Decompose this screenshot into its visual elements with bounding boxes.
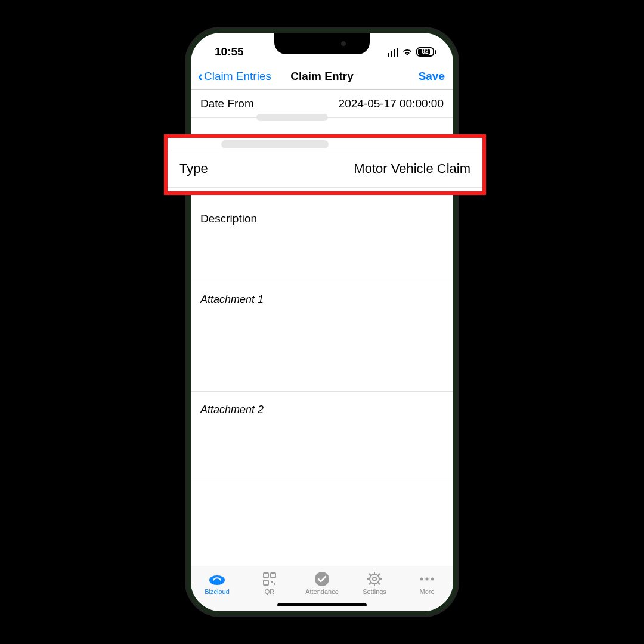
svg-point-18 [426, 578, 429, 581]
svg-rect-1 [264, 573, 268, 578]
home-indicator[interactable] [277, 603, 367, 606]
tab-more[interactable]: More [405, 571, 448, 595]
more-dots-icon [418, 571, 436, 587]
svg-rect-5 [274, 583, 275, 585]
svg-line-15 [369, 583, 371, 584]
status-right: 82 [388, 47, 436, 57]
svg-rect-4 [271, 581, 273, 583]
phone-frame: 10:55 82 ‹ Cl [185, 27, 459, 617]
tab-label: Settings [363, 588, 386, 595]
wifi-icon [402, 48, 413, 56]
svg-line-16 [378, 574, 380, 575]
chevron-left-icon: ‹ [198, 69, 203, 83]
svg-point-17 [420, 578, 423, 581]
svg-rect-3 [264, 580, 268, 585]
cloud-icon [208, 571, 226, 587]
svg-line-13 [369, 574, 371, 575]
svg-point-6 [315, 572, 329, 586]
tab-qr[interactable]: QR [248, 571, 291, 595]
svg-point-19 [431, 578, 434, 581]
battery-icon: 82 [416, 47, 436, 57]
tab-label: QR [265, 588, 275, 595]
placeholder-pill-icon [256, 114, 328, 121]
svg-point-0 [209, 575, 225, 585]
attachment-1-field[interactable] [191, 308, 453, 392]
description-label: Description [191, 202, 453, 228]
tab-label: More [419, 588, 434, 595]
status-time: 10:55 [215, 45, 244, 58]
svg-rect-2 [271, 573, 275, 578]
gear-icon [366, 571, 383, 587]
date-from-label: Date From [200, 97, 254, 110]
highlight-callout: Type Motor Vehicle Claim [164, 134, 486, 195]
attachment-2-label: Attachment 2 [191, 392, 453, 419]
attachment-2-field[interactable] [191, 419, 453, 478]
date-from-row[interactable]: Date From 2024-05-17 00:00:00 [191, 90, 453, 118]
back-button[interactable]: ‹ Claim Entries [198, 69, 271, 83]
date-from-value: 2024-05-17 00:00:00 [339, 97, 444, 110]
description-field[interactable] [191, 228, 453, 281]
page-title: Claim Entry [290, 70, 354, 83]
qr-icon [261, 571, 278, 587]
back-label: Claim Entries [204, 70, 271, 83]
tab-bizcloud[interactable]: Bizcloud [196, 571, 239, 595]
tab-settings[interactable]: Settings [353, 571, 396, 595]
tab-label: Bizcloud [205, 588, 230, 595]
check-circle-icon [313, 571, 331, 587]
type-row[interactable]: Type Motor Vehicle Claim [168, 150, 482, 188]
svg-point-8 [373, 577, 376, 581]
phone-screen: 10:55 82 ‹ Cl [191, 33, 453, 611]
type-label: Type [179, 161, 208, 177]
device-notch [274, 33, 370, 54]
cellular-signal-icon [388, 48, 398, 57]
tab-attendance[interactable]: Attendance [301, 571, 343, 595]
save-button[interactable]: Save [419, 70, 445, 83]
svg-line-14 [378, 583, 380, 584]
placeholder-pill-icon [221, 140, 329, 148]
battery-percent: 82 [422, 49, 428, 55]
tab-label: Attendance [305, 588, 339, 595]
attachment-1-label: Attachment 1 [191, 281, 453, 308]
svg-point-7 [370, 574, 379, 584]
navigation-bar: ‹ Claim Entries Claim Entry Save [191, 63, 453, 90]
type-value: Motor Vehicle Claim [354, 161, 470, 177]
